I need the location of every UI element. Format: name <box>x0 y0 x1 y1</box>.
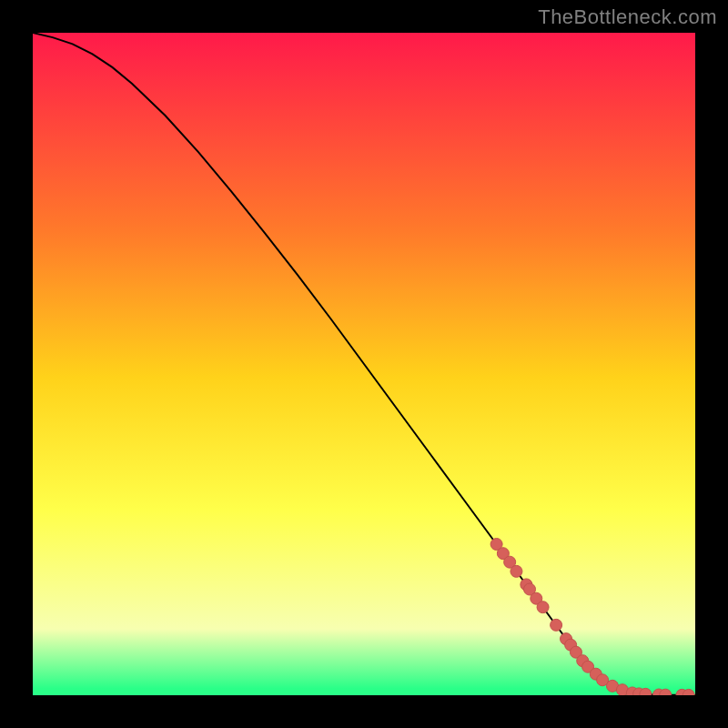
watermark-text: TheBottleneck.com <box>538 5 717 29</box>
plot-area <box>33 33 695 695</box>
data-marker <box>537 602 549 613</box>
chart-svg <box>33 33 695 695</box>
data-marker <box>511 565 522 577</box>
chart-frame: TheBottleneck.com <box>0 0 728 728</box>
data-marker <box>551 619 562 631</box>
